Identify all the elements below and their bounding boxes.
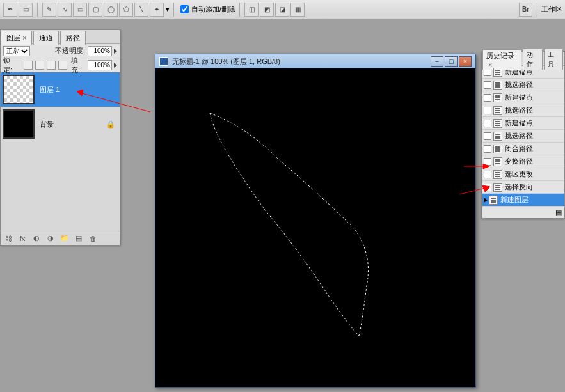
lock-transparent-icon[interactable] <box>24 61 33 70</box>
mask-icon[interactable]: ◐ <box>31 233 42 244</box>
history-step-icon <box>493 170 502 179</box>
svg-line-0 <box>80 93 150 112</box>
history-label: 选区更改 <box>505 169 533 179</box>
pen-tool-icon[interactable]: ✒ <box>3 3 17 17</box>
polygon-icon[interactable]: ⬠ <box>119 3 133 17</box>
blend-mode-select[interactable]: 正常 <box>3 46 30 56</box>
tab-channels[interactable]: 通道 <box>33 31 59 45</box>
tab-actions[interactable]: 动作 <box>523 49 542 70</box>
document-window: 无标题-1 @ 100% (图层 1, RGB/8) – ▢ × <box>155 54 476 388</box>
link-layers-icon[interactable]: ⛓ <box>3 233 13 244</box>
adjustment-icon[interactable]: ◑ <box>45 233 56 244</box>
layer-thumbnail[interactable] <box>3 75 35 104</box>
rounded-rect-icon[interactable]: ▢ <box>88 3 102 17</box>
delete-layer-icon[interactable]: 🗑 <box>88 233 98 244</box>
history-item[interactable]: 新建锚点 <box>482 91 564 104</box>
path-intersect-icon[interactable]: ◪ <box>275 3 289 17</box>
tab-history[interactable]: 历史记录× <box>482 49 521 70</box>
workspace-label[interactable]: 工作区 <box>541 4 562 14</box>
lock-paint-icon[interactable] <box>35 61 44 70</box>
play-icon <box>484 198 488 203</box>
close-button[interactable]: × <box>459 56 472 67</box>
canvas[interactable] <box>155 68 475 387</box>
history-step-icon <box>493 183 502 192</box>
group-icon[interactable]: 📁 <box>60 233 70 244</box>
history-item[interactable]: 挑选路径 <box>482 130 564 143</box>
new-layer-icon[interactable]: ▤ <box>74 233 84 244</box>
layer-thumbnail[interactable] <box>3 109 35 139</box>
lock-icon: 🔒 <box>106 120 114 128</box>
layer-name: 背景 <box>40 120 106 129</box>
history-label: 选择反向 <box>505 182 533 192</box>
path-exclude-icon[interactable]: ▦ <box>290 3 305 17</box>
close-icon[interactable]: × <box>488 61 492 68</box>
history-label: 闭合路径 <box>505 144 533 153</box>
bridge-button[interactable]: Br <box>519 3 532 17</box>
history-label: 新建锚点 <box>505 93 533 102</box>
lock-position-icon[interactable] <box>47 61 56 70</box>
history-item[interactable]: 选择反向 <box>482 181 564 194</box>
history-item[interactable]: 新建图层 <box>482 194 564 207</box>
history-step-icon <box>493 81 502 90</box>
history-label: 挑选路径 <box>505 131 533 141</box>
history-label: 挑选路径 <box>505 106 533 115</box>
document-title: 无标题-1 @ 100% (图层 1, RGB/8) <box>172 57 280 67</box>
document-titlebar[interactable]: 无标题-1 @ 100% (图层 1, RGB/8) – ▢ × <box>155 54 475 68</box>
svg-marker-5 <box>482 185 490 192</box>
history-item[interactable]: 新建锚点 <box>482 117 564 130</box>
svg-line-4 <box>459 188 485 194</box>
rect-icon[interactable]: ▭ <box>73 3 87 17</box>
fill-label: 填充: <box>71 56 85 75</box>
history-item[interactable]: 变换路径 <box>482 155 564 168</box>
fx-icon[interactable]: fx <box>17 233 28 244</box>
freeform-pen-icon[interactable]: ∿ <box>58 3 72 17</box>
svg-marker-3 <box>483 164 489 169</box>
ellipse-icon[interactable]: ◯ <box>104 3 118 17</box>
history-label: 新建图层 <box>500 195 529 205</box>
history-menu-icon[interactable]: ▤ <box>555 208 562 217</box>
svg-marker-1 <box>77 90 83 96</box>
fill-flyout-icon[interactable] <box>114 63 117 68</box>
lock-all-icon[interactable] <box>58 61 67 70</box>
history-label: 新建锚点 <box>505 118 533 128</box>
pen-icon[interactable]: ✎ <box>42 3 56 17</box>
maximize-button[interactable]: ▢ <box>445 56 458 67</box>
history-step-icon <box>493 68 502 77</box>
layers-panel: 图层× 通道 路径 正常 不透明度: 锁定: 填充: 图层 1 背景 🔒 <box>0 29 120 246</box>
options-bar: ✒ ▭ ✎ ∿ ▭ ▢ ◯ ⬠ ╲ ✦ ▾ 自动添加/删除 ◫ ◩ ◪ ▦ Br… <box>0 0 565 19</box>
tab-paths[interactable]: 路径 <box>60 31 86 45</box>
tab-layers[interactable]: 图层× <box>1 31 32 45</box>
auto-add-delete-label: 自动添加/删除 <box>191 4 235 14</box>
minimize-button[interactable]: – <box>431 56 443 67</box>
history-item[interactable]: 挑选路径 <box>482 79 564 91</box>
shape-mode-icon[interactable]: ▭ <box>19 3 33 17</box>
annotation-arrow <box>464 162 489 170</box>
line-icon[interactable]: ╲ <box>134 3 148 17</box>
history-step-icon <box>489 196 498 205</box>
path-combine-icon[interactable]: ◫ <box>244 3 259 17</box>
history-panel: 历史记录× 动作 工具 新建锚点 挑选路径 新建锚点 挑选路径 新建锚点 挑选路… <box>482 51 565 219</box>
auto-add-delete-check[interactable]: 自动添加/删除 <box>180 4 235 14</box>
history-item[interactable]: 闭合路径 <box>482 143 564 155</box>
history-step-icon <box>493 132 502 141</box>
fill-input[interactable] <box>88 60 112 70</box>
annotation-arrow <box>77 90 154 115</box>
history-label: 挑选路径 <box>505 80 533 90</box>
lock-label: 锁定: <box>3 56 17 75</box>
history-item[interactable]: 挑选路径 <box>482 104 564 117</box>
close-icon[interactable]: × <box>22 34 26 42</box>
history-label: 变换路径 <box>505 157 533 166</box>
auto-add-delete-checkbox[interactable] <box>180 5 189 13</box>
path-subtract-icon[interactable]: ◩ <box>260 3 274 17</box>
annotation-arrow <box>459 185 490 196</box>
history-step-icon <box>493 93 502 102</box>
tab-tools[interactable]: 工具 <box>544 49 563 70</box>
history-step-icon <box>493 119 502 128</box>
custom-shape-icon[interactable]: ✦ <box>150 3 164 17</box>
opacity-input[interactable] <box>88 46 112 56</box>
ps-icon <box>159 57 168 66</box>
layers-footer: ⛓ fx ◐ ◑ 📁 ▤ 🗑 <box>1 231 120 245</box>
history-step-icon <box>493 157 502 166</box>
opacity-flyout-icon[interactable] <box>114 49 117 54</box>
history-item[interactable]: 选区更改 <box>482 168 564 181</box>
